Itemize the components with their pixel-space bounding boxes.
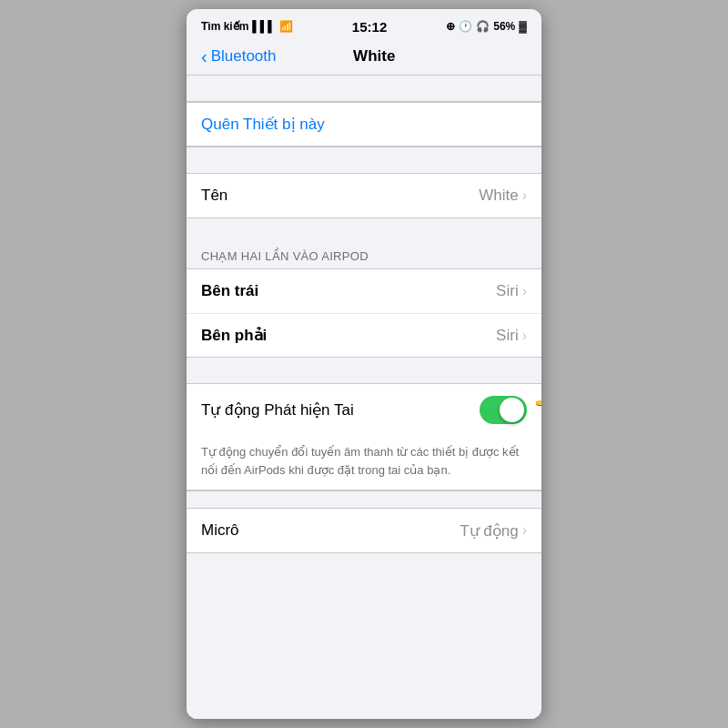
- micro-row[interactable]: Micrô Tự động ›: [187, 509, 541, 552]
- auto-detect-description: Tự động chuyển đổi tuyến âm thanh từ các…: [187, 436, 541, 490]
- name-chevron-icon: ›: [522, 187, 527, 204]
- forget-device-label: Quên Thiết bị này: [201, 116, 325, 133]
- name-row[interactable]: Tên White ›: [187, 174, 541, 217]
- right-value-group: Siri ›: [496, 327, 527, 345]
- content-area: Quên Thiết bị này Tên White › CHẠM HAI L…: [187, 76, 541, 719]
- name-label: Tên: [201, 187, 228, 205]
- auto-detect-toggle[interactable]: [480, 396, 527, 424]
- alarm-icon: ⊕: [446, 20, 455, 33]
- left-value: Siri: [496, 282, 519, 300]
- clock-icon: 🕐: [459, 20, 472, 33]
- airpod-section: Bên trái Siri › Bên phải Siri ›: [187, 268, 541, 358]
- micro-section: Micrô Tự động ›: [187, 508, 541, 553]
- micro-value-group: Tự động ›: [460, 521, 527, 541]
- micro-chevron-icon: ›: [522, 522, 527, 539]
- forget-device-row[interactable]: Quên Thiết bị này: [187, 102, 541, 147]
- name-section: Tên White ›: [187, 173, 541, 218]
- back-chevron-icon: ‹: [201, 47, 207, 66]
- toggle-track: [480, 396, 527, 424]
- status-bar: Tìm kiếm ▌▌▌ 📶 15:12 ⊕ 🕐 🎧 56% ▓: [187, 9, 541, 42]
- right-chevron-icon: ›: [522, 328, 527, 344]
- wifi-icon: 📶: [279, 20, 293, 33]
- toggle-wrapper: 👉: [480, 396, 527, 424]
- micro-value: Tự động: [460, 521, 518, 541]
- phone-frame: Tìm kiếm ▌▌▌ 📶 15:12 ⊕ 🕐 🎧 56% ▓ ‹ Bluet…: [187, 9, 541, 719]
- hand-pointer-icon: 👉: [533, 389, 541, 427]
- name-value-group: White ›: [479, 187, 527, 205]
- right-label: Bên phải: [201, 326, 267, 345]
- double-tap-header: CHẠM HAI LẦN VÀO AIRPOD: [187, 244, 541, 268]
- left-value-group: Siri ›: [496, 282, 527, 300]
- gap-bottom: [187, 553, 541, 579]
- right-value: Siri: [496, 327, 519, 345]
- status-right: ⊕ 🕐 🎧 56% ▓: [446, 20, 527, 33]
- left-chevron-icon: ›: [522, 283, 527, 299]
- battery-icon: ▓: [519, 20, 527, 33]
- gap-1: [187, 76, 541, 101]
- auto-detect-row: Tự động Phát hiện Tai 👉: [187, 384, 541, 436]
- status-left: Tìm kiếm ▌▌▌ 📶: [201, 20, 293, 33]
- auto-detect-label: Tự động Phát hiện Tai: [201, 400, 354, 420]
- gap-2: [187, 147, 541, 173]
- time-display: 15:12: [352, 19, 387, 35]
- battery-level: 56%: [493, 20, 515, 33]
- left-label: Bên trái: [201, 282, 258, 300]
- headphone-icon: 🎧: [476, 20, 490, 33]
- forget-section: Quên Thiết bị này: [187, 101, 541, 147]
- micro-label: Micrô: [201, 521, 239, 540]
- search-label: Tìm kiếm: [201, 20, 248, 33]
- gap-4: [187, 358, 541, 383]
- toggle-thumb: [500, 398, 524, 422]
- gap-3: [187, 218, 541, 244]
- description-text: Tự động chuyển đổi tuyến âm thanh từ các…: [201, 443, 527, 479]
- left-airpod-row[interactable]: Bên trái Siri ›: [187, 269, 541, 313]
- page-title: White: [222, 47, 527, 66]
- gap-5: [187, 491, 541, 508]
- right-airpod-row[interactable]: Bên phải Siri ›: [187, 313, 541, 357]
- nav-bar: ‹ Bluetooth White: [187, 42, 541, 76]
- signal-icon: ▌▌▌: [252, 20, 276, 33]
- name-value: White: [479, 187, 518, 205]
- auto-detect-section: Tự động Phát hiện Tai 👉 Tự động chuyển đ…: [187, 383, 541, 491]
